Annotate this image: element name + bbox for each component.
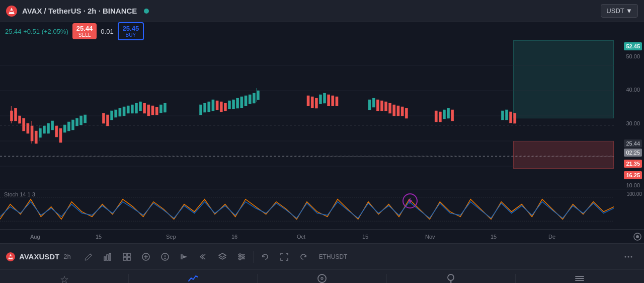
y-label-time: 02:25 [624, 148, 642, 157]
svg-rect-70 [385, 102, 387, 111]
nav-ideas[interactable]: Ideas [387, 270, 515, 283]
y-label-40: 40.00 [626, 85, 642, 94]
stoch-y-axis: 100.00 [614, 189, 644, 229]
x-label-sep: Sep [166, 234, 176, 240]
svg-point-110 [165, 258, 166, 259]
svg-rect-36 [139, 102, 142, 111]
svg-rect-18 [51, 121, 54, 130]
more-tool[interactable] [619, 247, 638, 266]
svg-rect-23 [71, 120, 74, 130]
svg-rect-53 [240, 97, 243, 108]
bar-chart-tool[interactable] [98, 247, 117, 266]
add-indicator-tool[interactable] [136, 247, 155, 266]
nav-watchlist[interactable]: ☆ Watchlist [0, 270, 128, 283]
svg-rect-91 [0, 189, 614, 229]
svg-rect-49 [224, 103, 226, 111]
y-label-30: 30.00 [626, 118, 642, 127]
svg-rect-69 [380, 101, 383, 111]
symbol-info[interactable]: AVAXUSDT 2h [6, 252, 71, 261]
replay-tool[interactable] [175, 247, 194, 266]
currency-selector[interactable]: USDT ▼ [601, 4, 638, 18]
svg-rect-104 [123, 257, 126, 260]
svg-marker-113 [219, 253, 226, 257]
layers-tool[interactable] [213, 247, 232, 266]
lightning-icon[interactable] [403, 193, 418, 208]
svg-rect-61 [319, 95, 321, 104]
svg-point-116 [239, 258, 241, 260]
svg-rect-81 [501, 111, 504, 120]
svg-rect-60 [315, 98, 317, 108]
svg-rect-48 [220, 102, 222, 112]
chart-toolbar: AVAXUSDT 2h [0, 243, 644, 269]
y-label-16: 16.25 [624, 170, 642, 179]
rewind-tool[interactable] [194, 247, 213, 266]
svg-rect-26 [84, 115, 87, 123]
nav-explore[interactable]: Explore [258, 270, 386, 283]
svg-rect-83 [510, 112, 512, 123]
svg-rect-19 [55, 126, 58, 137]
nav-chart[interactable]: Chart [129, 270, 257, 283]
svg-rect-105 [127, 257, 130, 260]
svg-rect-45 [208, 102, 210, 112]
svg-point-128 [448, 274, 454, 280]
svg-rect-68 [376, 100, 379, 111]
svg-rect-76 [435, 111, 437, 122]
svg-rect-20 [59, 128, 62, 143]
y-label-10: 10.00 [626, 180, 642, 189]
explore-icon [316, 273, 328, 284]
buy-button[interactable]: 25.45 BUY [118, 22, 144, 40]
draw-tool[interactable] [79, 247, 98, 266]
alert-tool[interactable] [155, 247, 175, 266]
svg-rect-50 [228, 101, 230, 109]
svg-rect-51 [232, 100, 235, 109]
redo-tool[interactable] [294, 247, 313, 266]
svg-rect-43 [200, 105, 202, 115]
header-bar: AVAX / TetherUS · 2h · BINANCE USDT ▼ [0, 0, 644, 22]
symbol-name: AVAXUSDT [19, 252, 59, 261]
svg-rect-44 [204, 103, 206, 112]
avax-small-logo [6, 252, 15, 261]
price-change: 25.44 +0.51 (+2.05%) [5, 28, 68, 35]
stoch-y-label: 100.00 [614, 190, 644, 198]
svg-rect-14 [35, 131, 37, 144]
svg-rect-11 [23, 118, 25, 131]
y-axis: 52.45 50.00 40.00 30.00 25.44 02:25 21.3… [614, 40, 644, 189]
svg-point-124 [628, 256, 629, 257]
price-bar: 25.44 +0.51 (+2.05%) 25.44 SELL 0.01 25.… [0, 22, 644, 40]
filter-tool[interactable] [232, 247, 251, 266]
main-chart[interactable]: 52.45 50.00 40.00 30.00 25.44 02:25 21.3… [0, 40, 644, 189]
svg-rect-24 [75, 118, 78, 126]
svg-rect-67 [372, 98, 375, 107]
svg-rect-52 [236, 98, 239, 108]
fullscreen-tool[interactable] [275, 247, 294, 266]
svg-rect-2 [10, 11, 13, 12]
grid-tool[interactable] [117, 247, 136, 266]
x-axis: Aug 15 Sep 16 Oct 15 Nov 15 De [0, 229, 644, 243]
candlestick-svg [0, 40, 614, 189]
x-axis-settings[interactable] [633, 232, 642, 241]
undo-tool[interactable] [256, 247, 275, 266]
svg-marker-90 [408, 198, 412, 204]
svg-rect-37 [143, 103, 146, 113]
sell-price: 25.44 [76, 25, 93, 32]
svg-rect-66 [368, 100, 371, 110]
svg-rect-71 [389, 103, 391, 113]
menu-icon [574, 273, 585, 284]
chart-icon [188, 273, 199, 284]
svg-rect-30 [115, 110, 117, 117]
svg-rect-10 [19, 116, 21, 123]
svg-rect-73 [397, 106, 399, 116]
header-title: AVAX / TetherUS · 2h · BINANCE [22, 7, 137, 15]
nav-menu[interactable]: Menu [516, 270, 644, 283]
ideas-icon [445, 273, 456, 284]
timeframe-label: 2h [63, 253, 70, 260]
svg-rect-40 [155, 107, 158, 115]
sell-button[interactable]: 25.44 SELL [72, 23, 97, 39]
svg-rect-12 [27, 123, 29, 133]
svg-rect-65 [336, 97, 338, 106]
svg-rect-47 [216, 101, 218, 110]
svg-point-95 [636, 235, 639, 238]
svg-rect-42 [164, 103, 166, 112]
watchlist-icon: ☆ [60, 273, 69, 283]
y-label-50: 50.00 [626, 51, 642, 60]
